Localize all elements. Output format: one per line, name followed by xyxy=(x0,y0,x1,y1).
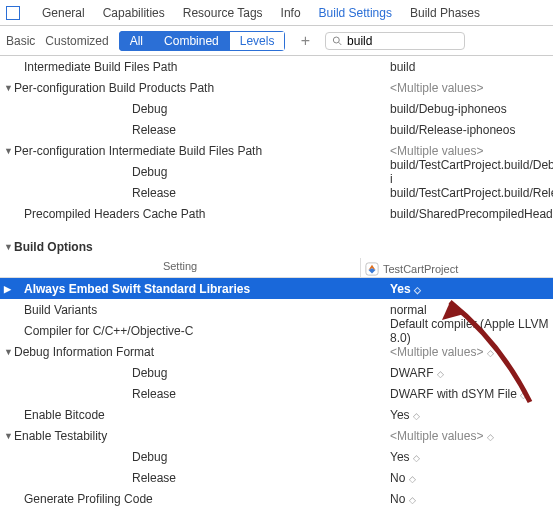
setting-label: Always Embed Swift Standard Libraries xyxy=(14,282,250,296)
tab-general[interactable]: General xyxy=(42,6,85,20)
setting-row[interactable]: ▶ Generate Profiling Code No ◇ xyxy=(0,488,553,509)
setting-value[interactable]: Yes ◇ xyxy=(390,408,418,422)
setting-label: Enable Testability xyxy=(14,429,107,443)
setting-value: build/Release-iphoneos xyxy=(390,123,515,137)
scope-segment: All Combined Levels xyxy=(119,31,286,51)
setting-label: Debug xyxy=(4,450,167,464)
setting-row[interactable]: ▼ Per-configuration Build Products Path … xyxy=(0,77,553,98)
setting-label: Debug xyxy=(4,165,167,179)
setting-label: Build Variants xyxy=(14,303,97,317)
disclosure-icon[interactable]: ▼ xyxy=(4,431,14,441)
filter-customized[interactable]: Customized xyxy=(45,34,108,48)
setting-value: build/SharedPrecompiledHeaders xyxy=(390,207,553,221)
setting-value[interactable]: normal xyxy=(390,303,427,317)
setting-value[interactable]: Yes ◇ xyxy=(390,282,419,296)
setting-value: build/TestCartProject.build/Release xyxy=(390,186,553,200)
search-field[interactable] xyxy=(325,32,465,50)
column-header: Setting TestCartProject xyxy=(0,258,553,278)
settings-content: ▶ Intermediate Build Files Path build ▼ … xyxy=(0,56,553,514)
project-icon[interactable] xyxy=(6,6,20,20)
disclosure-icon[interactable]: ▼ xyxy=(4,83,14,93)
setting-label: Debug xyxy=(4,102,167,116)
filter-bar: Basic Customized All Combined Levels + xyxy=(0,26,553,56)
setting-label: Generate Profiling Code xyxy=(14,492,153,506)
updown-icon: ◇ xyxy=(487,348,492,358)
updown-icon: ◇ xyxy=(409,495,414,505)
disclosure-icon[interactable]: ▼ xyxy=(4,146,14,156)
add-button[interactable]: + xyxy=(295,32,315,50)
col-target-label: TestCartProject xyxy=(383,263,458,275)
scope-levels[interactable]: Levels xyxy=(230,31,286,51)
setting-label: Per-configuration Intermediate Build Fil… xyxy=(14,144,262,158)
setting-row[interactable]: Debug DWARF ◇ xyxy=(0,362,553,383)
updown-icon: ◇ xyxy=(413,411,418,421)
tab-capabilities[interactable]: Capabilities xyxy=(103,6,165,20)
setting-value[interactable]: No ◇ xyxy=(390,492,414,506)
updown-icon: ◇ xyxy=(520,390,525,400)
setting-label: Compiler for C/C++/Objective-C xyxy=(14,324,193,338)
setting-label: Per-configuration Build Products Path xyxy=(14,81,214,95)
tab-resource-tags[interactable]: Resource Tags xyxy=(183,6,263,20)
setting-value[interactable]: DWARF with dSYM File ◇ xyxy=(390,387,525,401)
updown-icon: ◇ xyxy=(437,369,442,379)
setting-label: Release xyxy=(4,471,176,485)
setting-row[interactable]: Debug build/Debug-iphoneos xyxy=(0,98,553,119)
setting-row[interactable]: ▶ Enable Bitcode Yes ◇ xyxy=(0,404,553,425)
setting-label: Release xyxy=(4,387,176,401)
tab-build-phases[interactable]: Build Phases xyxy=(410,6,480,20)
setting-value[interactable]: <Multiple values> ◇ xyxy=(390,429,492,443)
disclosure-icon[interactable]: ▼ xyxy=(4,347,14,357)
section-build-options[interactable]: ▼ Build Options xyxy=(0,236,553,258)
setting-value: build xyxy=(390,60,415,74)
scope-combined[interactable]: Combined xyxy=(154,31,230,51)
setting-label: Release xyxy=(4,123,176,137)
svg-point-0 xyxy=(334,37,340,43)
setting-label: Precompiled Headers Cache Path xyxy=(14,207,205,221)
setting-value: build/TestCartProject.build/Debug-i xyxy=(390,158,553,186)
setting-value: <Multiple values> xyxy=(390,144,483,158)
scope-all[interactable]: All xyxy=(119,31,154,51)
setting-row[interactable]: ▼ Enable Testability <Multiple values> ◇ xyxy=(0,425,553,446)
disclosure-icon[interactable]: ▼ xyxy=(4,242,14,252)
section-title: Build Options xyxy=(14,240,93,254)
tab-info[interactable]: Info xyxy=(281,6,301,20)
setting-value: <Multiple values> xyxy=(390,81,483,95)
setting-value[interactable]: Yes ◇ xyxy=(390,450,418,464)
search-input[interactable] xyxy=(347,34,458,48)
setting-value[interactable]: Default compiler (Apple LLVM 8.0) xyxy=(390,317,553,345)
setting-value[interactable]: <Multiple values> ◇ xyxy=(390,345,492,359)
filter-basic[interactable]: Basic xyxy=(6,34,35,48)
col-target[interactable]: TestCartProject xyxy=(360,258,553,277)
col-setting[interactable]: Setting xyxy=(0,258,360,277)
search-icon xyxy=(332,35,343,47)
setting-label: Debug xyxy=(4,366,167,380)
setting-row[interactable]: Release build/Release-iphoneos xyxy=(0,119,553,140)
setting-row[interactable]: ▼ Debug Information Format <Multiple val… xyxy=(0,341,553,362)
updown-icon: ◇ xyxy=(409,474,414,484)
updown-icon: ◇ xyxy=(487,432,492,442)
setting-label: Release xyxy=(4,186,176,200)
svg-line-1 xyxy=(339,42,342,45)
setting-row[interactable]: Debug build/TestCartProject.build/Debug-… xyxy=(0,161,553,182)
setting-row-selected[interactable]: ▶ Always Embed Swift Standard Libraries … xyxy=(0,278,553,299)
setting-row[interactable]: Release build/TestCartProject.build/Rele… xyxy=(0,182,553,203)
setting-row[interactable]: Release No ◇ xyxy=(0,467,553,488)
setting-value[interactable]: No ◇ xyxy=(390,471,414,485)
app-icon xyxy=(365,262,379,276)
setting-label: Intermediate Build Files Path xyxy=(14,60,177,74)
updown-icon: ◇ xyxy=(413,453,418,463)
disclosure-icon[interactable]: ▶ xyxy=(4,284,14,294)
setting-row[interactable]: ▶ Compiler for C/C++/Objective-C Default… xyxy=(0,320,553,341)
setting-row[interactable]: Release DWARF with dSYM File ◇ xyxy=(0,383,553,404)
setting-value: build/Debug-iphoneos xyxy=(390,102,507,116)
setting-label: Enable Bitcode xyxy=(14,408,105,422)
setting-row[interactable]: ▶ Precompiled Header Uses Files From Bui… xyxy=(0,509,553,514)
setting-row[interactable]: Debug Yes ◇ xyxy=(0,446,553,467)
updown-icon: ◇ xyxy=(414,285,419,295)
top-tabs: General Capabilities Resource Tags Info … xyxy=(0,0,553,26)
setting-row[interactable]: ▶ Intermediate Build Files Path build xyxy=(0,56,553,77)
setting-label: Debug Information Format xyxy=(14,345,154,359)
setting-row[interactable]: ▶ Precompiled Headers Cache Path build/S… xyxy=(0,203,553,224)
tab-build-settings[interactable]: Build Settings xyxy=(319,6,392,20)
setting-value[interactable]: DWARF ◇ xyxy=(390,366,442,380)
